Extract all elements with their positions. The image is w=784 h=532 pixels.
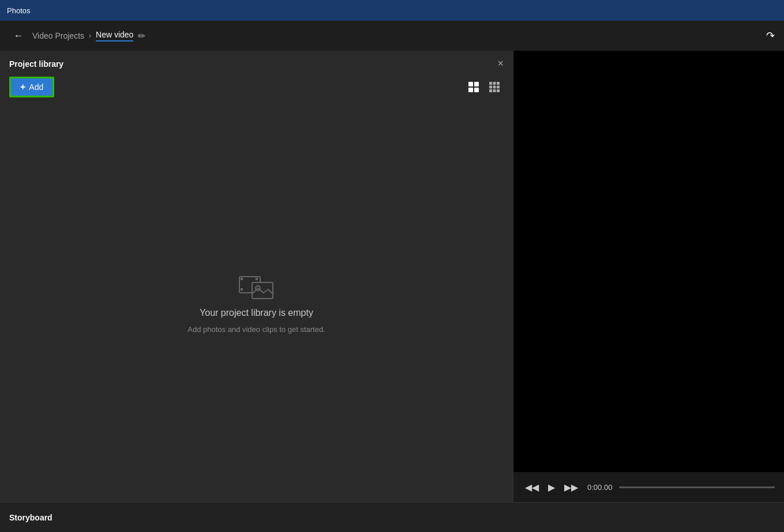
play-icon: ▶ bbox=[548, 482, 555, 493]
breadcrumb: Video Projects › New video bbox=[32, 30, 133, 41]
step-forward-icon: ▶▶ bbox=[564, 482, 578, 493]
redo-button[interactable]: ↷ bbox=[766, 29, 775, 42]
empty-state-subtitle: Add photos and video clips to get starte… bbox=[187, 325, 325, 334]
svg-rect-10 bbox=[489, 89, 492, 92]
project-library-panel: Project library × + Add bbox=[0, 51, 513, 502]
storyboard-bar: Storyboard bbox=[0, 502, 784, 532]
svg-rect-6 bbox=[497, 82, 500, 85]
add-button-label: Add bbox=[29, 82, 43, 92]
view-grid-small-button[interactable] bbox=[485, 79, 504, 95]
back-button[interactable]: ← bbox=[9, 27, 28, 45]
title-bar: Photos bbox=[0, 0, 784, 21]
preview-panel: ◀◀ ▶ ▶▶ 0:00.00 bbox=[513, 51, 784, 502]
play-button[interactable]: ▶ bbox=[546, 480, 557, 495]
close-icon: × bbox=[497, 58, 504, 70]
empty-state-icon bbox=[238, 271, 275, 301]
svg-rect-2 bbox=[468, 88, 473, 92]
svg-rect-9 bbox=[497, 86, 500, 89]
add-button[interactable]: + Add bbox=[9, 77, 54, 97]
time-display: 0:00.00 bbox=[587, 483, 612, 492]
view-grid-large-button[interactable] bbox=[464, 79, 483, 95]
preview-video bbox=[513, 51, 784, 472]
svg-rect-1 bbox=[474, 82, 479, 86]
svg-rect-8 bbox=[493, 86, 496, 89]
svg-rect-0 bbox=[468, 82, 473, 86]
breadcrumb-current: New video bbox=[96, 30, 133, 41]
grid-small-icon bbox=[489, 81, 500, 93]
app-title: Photos bbox=[7, 6, 30, 15]
back-icon: ← bbox=[14, 31, 23, 41]
plus-icon: + bbox=[20, 82, 25, 92]
library-close-button[interactable]: × bbox=[497, 58, 504, 70]
svg-rect-15 bbox=[256, 278, 258, 280]
empty-state-title: Your project library is empty bbox=[200, 308, 313, 318]
edit-title-button[interactable]: ✏ bbox=[138, 31, 145, 41]
main-content: Project library × + Add bbox=[0, 51, 784, 502]
storyboard-title: Storyboard bbox=[9, 513, 52, 522]
view-toggles bbox=[464, 79, 504, 95]
breadcrumb-parent[interactable]: Video Projects bbox=[32, 31, 84, 40]
step-forward-button[interactable]: ▶▶ bbox=[562, 480, 580, 495]
library-empty-state: Your project library is empty Add photos… bbox=[0, 102, 513, 502]
progress-bar[interactable] bbox=[619, 486, 775, 488]
pencil-icon: ✏ bbox=[138, 31, 145, 41]
grid-large-icon bbox=[468, 81, 479, 93]
breadcrumb-separator: › bbox=[89, 32, 91, 40]
rewind-icon: ◀◀ bbox=[525, 482, 539, 493]
rewind-button[interactable]: ◀◀ bbox=[523, 480, 541, 495]
preview-controls: ◀◀ ▶ ▶▶ 0:00.00 bbox=[513, 472, 784, 502]
redo-icon: ↷ bbox=[766, 29, 775, 42]
svg-rect-7 bbox=[489, 86, 492, 89]
svg-rect-14 bbox=[241, 278, 243, 280]
header-bar: ← Video Projects › New video ✏ ↷ bbox=[0, 21, 784, 51]
svg-rect-12 bbox=[497, 89, 500, 92]
svg-rect-4 bbox=[489, 82, 492, 85]
library-title: Project library bbox=[9, 59, 63, 69]
svg-rect-3 bbox=[474, 88, 479, 92]
library-toolbar: + Add bbox=[0, 74, 513, 102]
library-header: Project library × bbox=[0, 51, 513, 74]
svg-rect-16 bbox=[241, 288, 243, 290]
svg-rect-5 bbox=[493, 82, 496, 85]
svg-rect-11 bbox=[493, 89, 496, 92]
